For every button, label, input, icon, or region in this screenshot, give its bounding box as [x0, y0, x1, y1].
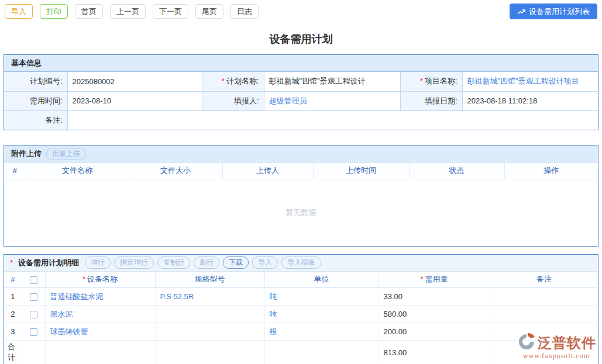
- model-cell: P.S 52.5R: [155, 288, 264, 306]
- next-page-button[interactable]: 下一页: [153, 4, 188, 19]
- project-name-label: *项目名称:: [400, 72, 462, 91]
- unit-cell: 根: [264, 323, 379, 341]
- import-rows-button[interactable]: 导入: [252, 256, 278, 269]
- log-button[interactable]: 日志: [231, 4, 259, 19]
- plan-list-button[interactable]: 设备需用计划列表: [510, 4, 597, 19]
- row-select-cell: [22, 306, 45, 323]
- total-unit-cell: [264, 341, 379, 364]
- project-name-value: 彭祖新城"四馆"景观工程设计项目: [462, 72, 598, 91]
- prev-page-button[interactable]: 上一页: [110, 4, 146, 19]
- equipment-name-cell: 球墨铸铁管: [45, 323, 155, 341]
- col-remark: 备注: [490, 272, 598, 288]
- need-date-label: 需用时间:: [4, 91, 67, 110]
- detail-total-row: 合计 813.00: [4, 341, 598, 364]
- import-template-button[interactable]: 导入模板: [281, 256, 321, 269]
- col-file-size: 文件大小: [129, 162, 222, 179]
- delete-row-button[interactable]: 删行: [194, 256, 219, 269]
- basic-info-table: 计划编号: 2025080002 *计划名称: 彭祖新城"四馆"景观工程设计 *…: [4, 72, 598, 130]
- project-name-link[interactable]: 彭祖新城"四馆"景观工程设计项目: [467, 77, 579, 85]
- no-data-text: 暂无数据: [286, 207, 317, 218]
- detail-title: 设备需用计划明细: [18, 258, 79, 268]
- attachments-header: 附件上传 批量上传: [4, 145, 598, 162]
- col-select: [22, 272, 45, 288]
- plan-no-value: 2025080002: [67, 72, 202, 91]
- remark-cell: [490, 288, 598, 306]
- home-page-button[interactable]: 首页: [75, 4, 103, 19]
- total-select-cell: [22, 341, 45, 364]
- total-remark-cell: [490, 341, 598, 364]
- col-equipment-name: *设备名称: [45, 272, 155, 288]
- row-checkbox[interactable]: [30, 328, 37, 336]
- col-status: 状态: [409, 162, 504, 179]
- col-qty: *需用量: [379, 272, 490, 288]
- remark-cell: [490, 323, 598, 341]
- batch-upload-button[interactable]: 批量上传: [46, 148, 86, 160]
- col-upload-time: 上传时间: [313, 162, 409, 179]
- required-mark: *: [82, 275, 85, 283]
- unit-link[interactable]: 吨: [270, 310, 277, 318]
- plan-name-label: *计划名称:: [202, 72, 264, 91]
- last-page-button[interactable]: 尾页: [195, 4, 223, 19]
- model-link[interactable]: P.S 52.5R: [160, 292, 194, 301]
- required-mark: *: [420, 77, 423, 85]
- row-checkbox[interactable]: [30, 311, 37, 318]
- attachments-table: # 文件名称 文件大小 上传人 上传时间 状态 操作: [4, 162, 598, 179]
- row-index: 2: [4, 306, 22, 323]
- row-index: 1: [4, 288, 22, 306]
- attachments-panel: 附件上传 批量上传 # 文件名称 文件大小 上传人 上传时间 状态 操作 暂无数…: [4, 145, 598, 247]
- qty-cell: 580.00: [379, 306, 490, 323]
- equipment-name-link[interactable]: 黑水泥: [50, 310, 73, 318]
- equipment-name-link[interactable]: 球墨铸铁管: [50, 327, 88, 336]
- report-date-label: 填报日期:: [400, 91, 462, 110]
- detail-row: 3 球墨铸铁管 根 200.00: [4, 323, 598, 341]
- insert-row-button[interactable]: 指定增行: [114, 256, 154, 269]
- model-cell: [155, 323, 264, 341]
- model-cell: [155, 306, 264, 323]
- qty-cell: 200.00: [379, 323, 490, 341]
- import-button[interactable]: 导入: [5, 4, 33, 19]
- page-title: 设备需用计划: [0, 32, 602, 46]
- download-button[interactable]: 下载: [223, 256, 249, 269]
- col-actions: 操作: [504, 162, 598, 179]
- required-mark: *: [10, 258, 13, 267]
- remark-cell: [490, 306, 598, 323]
- col-index: #: [4, 162, 26, 179]
- unit-cell: 吨: [264, 288, 379, 306]
- total-label: 合计: [4, 341, 22, 364]
- plan-no-label: 计划编号:: [4, 72, 67, 91]
- top-toolbar: 导入 打印 首页 上一页 下一页 尾页 日志 设备需用计划列表: [0, 0, 602, 22]
- unit-link[interactable]: 吨: [270, 292, 277, 301]
- detail-row: 1 普通硅酸盐水泥 P.S 52.5R 吨 33.00: [4, 288, 598, 306]
- col-file-name: 文件名称: [26, 162, 129, 179]
- row-index: 3: [4, 323, 22, 341]
- reporter-link[interactable]: 超级管理员: [269, 96, 307, 105]
- required-mark: *: [420, 275, 423, 283]
- col-model: 规格型号: [155, 272, 264, 288]
- remark-label: 备注:: [4, 110, 67, 130]
- qty-cell: 33.00: [379, 288, 490, 306]
- print-button[interactable]: 打印: [40, 4, 68, 19]
- detail-panel: * 设备需用计划明细 增行 指定增行 复制行 删行 下载 导入 导入模板 # *…: [4, 254, 598, 364]
- basic-info-row-3: 备注:: [4, 110, 598, 130]
- basic-info-row-1: 计划编号: 2025080002 *计划名称: 彭祖新城"四馆"景观工程设计 *…: [4, 72, 598, 91]
- add-row-button[interactable]: 增行: [85, 256, 111, 269]
- detail-table: # *设备名称 规格型号 单位 *需用量 备注 1 普通硅酸盐水泥 P.S 52…: [4, 272, 598, 364]
- basic-info-panel: 基本信息 计划编号: 2025080002 *计划名称: 彭祖新城"四馆"景观工…: [4, 54, 598, 130]
- report-date-value: 2023-08-18 11:02:18: [462, 91, 598, 110]
- attachments-empty-area: 暂无数据: [4, 179, 598, 246]
- total-name-cell: [45, 341, 155, 364]
- unit-link[interactable]: 根: [270, 327, 277, 336]
- equipment-name-link[interactable]: 普通硅酸盐水泥: [50, 292, 104, 301]
- select-all-checkbox[interactable]: [30, 276, 37, 284]
- equipment-name-cell: 黑水泥: [45, 306, 155, 323]
- row-checkbox[interactable]: [30, 293, 37, 301]
- detail-row: 2 黑水泥 吨 580.00: [4, 306, 598, 323]
- copy-row-button[interactable]: 复制行: [157, 256, 190, 269]
- plan-name-value: 彭祖新城"四馆"景观工程设计: [264, 72, 400, 91]
- basic-info-row-2: 需用时间: 2023-08-10 填报人: 超级管理员 填报日期: 2023-0…: [4, 91, 598, 110]
- col-row-index: #: [4, 272, 22, 288]
- trending-up-icon: [517, 8, 525, 16]
- basic-info-header: 基本信息: [4, 55, 598, 72]
- need-date-value: 2023-08-10: [67, 91, 202, 110]
- col-unit: 单位: [264, 272, 379, 288]
